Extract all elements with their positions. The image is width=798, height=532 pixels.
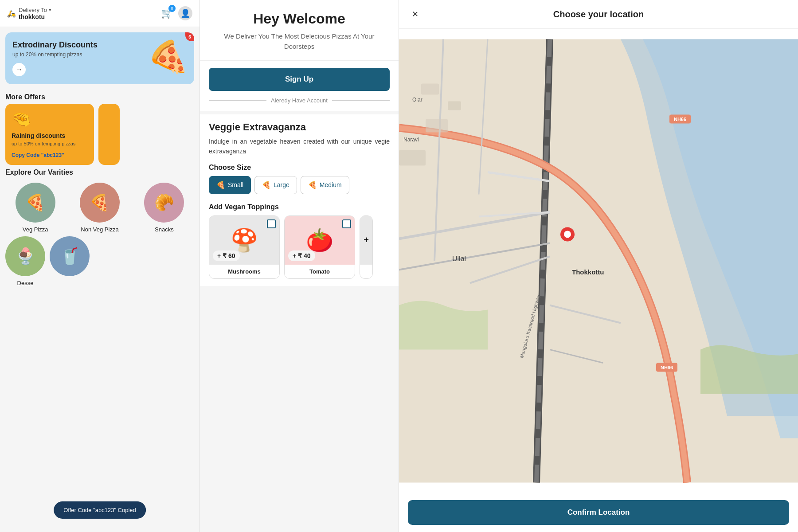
- choose-size-label: Choose Size: [209, 164, 390, 172]
- pizza-size-medium-icon: 🍕: [308, 181, 317, 189]
- close-button[interactable]: ✕: [408, 7, 422, 21]
- variety-dessert-image: 🍨: [5, 236, 45, 276]
- topping-tomato: 🍅 + ₹ 40 Tomato: [284, 215, 355, 279]
- cart-button[interactable]: 🛒 0: [161, 8, 173, 19]
- confirm-location-button[interactable]: Confirm Location: [408, 500, 789, 525]
- size-large-label: Large: [274, 181, 289, 188]
- delivery-panel: 🛵 Delivery To ▾ thokkotu 🛒 0 👤 6 Extrodi…: [0, 0, 200, 532]
- offer-card-title: Raining discounts: [12, 132, 88, 139]
- variety-nonveg-pizza-image: 🍕: [80, 183, 120, 223]
- promo-text: Extrodinary Discounts up to 20% on tempt…: [12, 40, 98, 76]
- map-header: ✕ Choose your location: [399, 0, 798, 29]
- more-offers-title: More Offers: [0, 90, 200, 104]
- mushroom-emoji: 🍄: [231, 227, 258, 253]
- toast-notification: Offer Code "abc123" Copied: [54, 501, 146, 519]
- offer-card-subtitle: up to 50% on tempting pizzas: [12, 141, 88, 146]
- welcome-hero: Hey Welcome We Deliver You The Most Dele…: [200, 0, 399, 61]
- delivery-icon: 🛵: [7, 9, 16, 18]
- delivery-location[interactable]: 🛵 Delivery To ▾ thokkotu: [7, 7, 51, 20]
- svg-rect-23: [426, 119, 448, 133]
- offer-card-2: [98, 104, 120, 165]
- variety-drinks-image: 🥤: [50, 236, 90, 276]
- variety-drinks[interactable]: 🥤: [50, 236, 90, 286]
- welcome-actions: Sign Up Aleredy Have Account: [200, 61, 399, 111]
- welcome-subtitle: We Deliver You The Most Delecious Pizzas…: [209, 31, 390, 51]
- map-container[interactable]: NH66 NH66 Ullal Thokkottu: [399, 29, 798, 493]
- pizza-description: Indulge in an vegetable heaven created w…: [209, 137, 390, 156]
- topping-mushrooms: 🍄 + ₹ 60 Mushrooms: [209, 215, 280, 279]
- user-icon: 👤: [180, 8, 190, 18]
- svg-text:Naravi: Naravi: [403, 137, 419, 143]
- welcome-panel: Hey Welcome We Deliver You The Most Dele…: [200, 0, 399, 532]
- promo-subtitle: up to 20% on tempting pizzas: [12, 51, 98, 58]
- map-panel: ✕ Choose your location NH66 NH: [399, 0, 798, 532]
- mushroom-checkbox[interactable]: [267, 219, 276, 228]
- svg-text:Olar: Olar: [412, 97, 422, 103]
- variety-nonveg-pizza-label: Non Veg Pizza: [81, 226, 118, 233]
- variety-veg-pizza[interactable]: 🍕 Veg Pizza: [5, 183, 65, 233]
- promo-arrow-button[interactable]: →: [12, 63, 26, 76]
- header-icons: 🛒 0 👤: [161, 6, 192, 20]
- tomato-image: 🍅 + ₹ 40: [285, 216, 355, 265]
- offer-discount-icon: 🤏: [12, 110, 88, 129]
- variety-dessert-label: Desse: [17, 280, 34, 286]
- toppings-row: 🍄 + ₹ 60 Mushrooms 🍅 + ₹ 40 Tomato +: [209, 215, 390, 279]
- variety-snacks-label: Snacks: [155, 226, 174, 233]
- variety-nonveg-pizza[interactable]: 🍕 Non Veg Pizza: [70, 183, 129, 233]
- signup-button[interactable]: Sign Up: [209, 68, 390, 91]
- profile-button[interactable]: 👤: [178, 6, 192, 20]
- svg-text:NH66: NH66: [674, 117, 686, 122]
- mushroom-image: 🍄 + ₹ 60: [209, 216, 279, 265]
- size-small-label: Small: [228, 181, 243, 188]
- mushroom-add-button[interactable]: + ₹ 60: [213, 250, 240, 261]
- variety-snacks-image: 🥐: [144, 183, 184, 223]
- welcome-title: Hey Welcome: [209, 11, 390, 27]
- svg-point-17: [564, 231, 571, 238]
- size-options: 🍕 Small 🍕 Large 🍕 Medium: [209, 176, 390, 194]
- varieties-grid: 🍕 Veg Pizza 🍕 Non Veg Pizza 🥐 Snacks: [0, 179, 200, 236]
- variety-veg-pizza-label: Veg Pizza: [23, 226, 48, 233]
- tomato-add-button[interactable]: + ₹ 40: [288, 250, 315, 261]
- size-medium-label: Medium: [320, 181, 342, 188]
- cart-badge: 0: [168, 5, 176, 12]
- extra-topping-image: +: [360, 216, 372, 265]
- offer-card-1: 🤏 Raining discounts up to 50% on temptin…: [5, 104, 94, 165]
- already-account-text: Aleredy Have Account: [209, 97, 390, 104]
- delivery-address: thokkotu: [19, 13, 51, 20]
- svg-rect-21: [421, 84, 439, 95]
- pizza-detail: Veggie Extravaganza Indulge in an vegeta…: [200, 114, 399, 286]
- size-large-button[interactable]: 🍕 Large: [254, 176, 297, 194]
- promo-title: Extrodinary Discounts: [12, 40, 98, 50]
- promo-banner: 6 Extrodinary Discounts up to 20% on tem…: [5, 32, 194, 84]
- svg-text:Ullal: Ullal: [452, 255, 466, 262]
- delivery-to-text: Delivery To: [19, 7, 47, 13]
- tomato-checkbox[interactable]: [342, 219, 351, 228]
- pizza-size-small-icon: 🍕: [216, 181, 225, 189]
- svg-text:NH66: NH66: [661, 365, 673, 370]
- copy-code-button[interactable]: Copy Code "abc123": [12, 152, 64, 158]
- mushroom-label: Mushrooms: [209, 265, 279, 278]
- map-panel-title: Choose your location: [429, 9, 768, 20]
- topping-extra: +: [360, 215, 373, 279]
- tomato-label: Tomato: [285, 265, 355, 278]
- promo-red-badge: 6: [185, 32, 194, 41]
- chevron-down-icon: ▾: [49, 7, 51, 13]
- variety-snacks[interactable]: 🥐 Snacks: [134, 183, 194, 233]
- svg-rect-22: [448, 102, 461, 110]
- extra-topping-add[interactable]: +: [364, 235, 369, 245]
- size-small-button[interactable]: 🍕 Small: [209, 176, 251, 194]
- svg-rect-24: [399, 150, 426, 166]
- size-medium-button[interactable]: 🍕 Medium: [301, 176, 349, 194]
- delivery-header: 🛵 Delivery To ▾ thokkotu 🛒 0 👤: [0, 0, 200, 27]
- variety-veg-pizza-image: 🍕: [16, 183, 55, 223]
- svg-text:Thokkottu: Thokkottu: [572, 268, 604, 276]
- promo-pizza-image: 🍕: [144, 38, 191, 79]
- explore-varieties-title: Explore Our Varities: [0, 165, 200, 179]
- varieties-bottom-row: 🍨 Desse 🥤: [0, 236, 200, 290]
- pizza-size-large-icon: 🍕: [262, 181, 271, 189]
- add-toppings-label: Add Vegan Toppings: [209, 203, 390, 211]
- tomato-emoji: 🍅: [306, 227, 333, 253]
- offers-row: 🤏 Raining discounts up to 50% on temptin…: [0, 104, 200, 165]
- map-svg: NH66 NH66 Ullal Thokkottu: [399, 29, 798, 493]
- variety-dessert[interactable]: 🍨 Desse: [5, 236, 45, 286]
